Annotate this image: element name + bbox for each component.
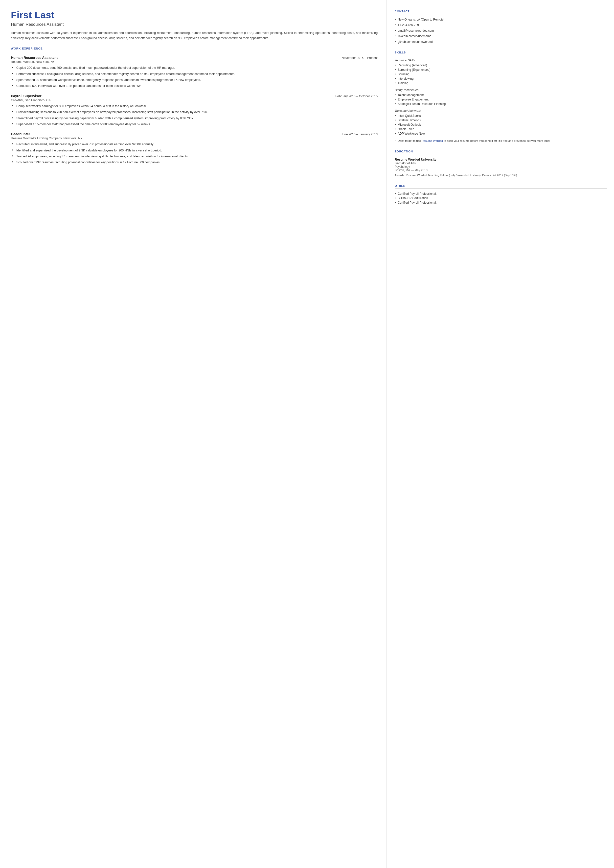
technical-skills-label: Technical Skills: [395,59,607,62]
list-item: Oracle Taleo [395,127,607,131]
contact-section: CONTACT New Orleans, LA (Open to Remote)… [395,10,607,44]
technical-skills-list: Recruiting (Advanced) Screening (Experie… [395,64,607,85]
other-list: Certified Payroll Professional. SHRM-CP … [395,192,607,204]
technical-skills-subsection: Technical Skills: Recruiting (Advanced) … [395,59,607,85]
list-item: Employee Engagement [395,98,607,101]
list-item: Talent Management [395,93,607,97]
edu-school: Resume Worded University [395,158,607,161]
job-title-3: Headhunter [11,132,30,136]
job-bullets-1: Copied 200 documents, sent 490 emails, a… [11,65,378,89]
summary-text: Human resources assistant with 10 years … [11,30,378,40]
sidebar-column: CONTACT New Orleans, LA (Open to Remote)… [387,0,614,868]
contact-heading: CONTACT [395,10,607,14]
list-item: Performed successful background checks, … [12,72,378,76]
list-item: Recruited, interviewed, and successfully… [12,142,378,147]
hiring-techniques-label: Hiring Techniques: [395,89,607,92]
list-item: github.com/resumeworded [395,40,607,44]
list-item: Provided training sessions to 700 non-ex… [12,110,378,115]
list-item: Training [395,81,607,85]
list-item: +1-234-456-789 [395,23,607,27]
contact-list: New Orleans, LA (Open to Remote) +1-234-… [395,17,607,44]
other-heading: OTHER [395,184,607,189]
list-item: Recruiting (Advanced) [395,64,607,67]
list-item: Scouted over 23K resumes recruiting pote… [12,160,378,165]
education-section: EDUCATION Resume Worded University Bache… [395,150,607,177]
list-item: Interviewing [395,77,607,81]
skills-note-suffix: to scan your resume before you send it o… [443,139,550,142]
list-item: ADP Workforce Now [395,132,607,135]
list-item: Computed weekly earnings for 800 employe… [12,104,378,109]
skills-note: Don't forget to use Resume Worded to sca… [395,139,607,143]
skills-section: SKILLS Technical Skills: Recruiting (Adv… [395,51,607,143]
other-section: OTHER Certified Payroll Professional. SH… [395,184,607,204]
skills-heading: SKILLS [395,51,607,55]
list-item: Supervised a 15-member staff that proces… [12,122,378,127]
job-company-3: Resume Worded's Exciting Company, New Yo… [11,137,378,140]
education-heading: EDUCATION [395,150,607,154]
list-item: Streamlined payroll processing by decrea… [12,116,378,121]
list-item: Identified and supervised the developmen… [12,148,378,153]
list-item: Microsoft Outlook [395,123,607,126]
list-item: linkedin.com/in/username [395,34,607,38]
list-item: Conducted 500 interviews with over 1.2K … [12,84,378,89]
work-experience-heading: WORK EXPERIENCE [11,47,378,51]
list-item: Trained 94 employees, including 37 manag… [12,154,378,159]
tools-list: Intuit QuickBooks Stratitec TimeIPS Micr… [395,114,607,135]
job-company-1: Resume Worded, New York, NY [11,60,378,64]
edu-awards: Awards: Resume Worded Teaching Fellow (o… [395,173,607,177]
job-dates-1: November 2015 – Present [341,56,378,60]
job-bullets-2: Computed weekly earnings for 800 employe… [11,104,378,127]
job-title-2: Payroll Supervisor [11,94,42,98]
job-block-1: Human Resources Assistant November 2015 … [11,56,378,89]
edu-location: Boston, MA — May 2010 [395,169,607,172]
list-item: email@resumeworded.com [395,29,607,33]
job-bullets-3: Recruited, interviewed, and successfully… [11,142,378,165]
candidate-name: First Last [11,10,378,20]
tools-label: Tools and Software: [395,109,607,113]
list-item: Certified Payroll Professional. [395,192,607,196]
list-item: Stratitec TimeIPS [395,118,607,122]
list-item: Sourcing [395,73,607,76]
list-item: Copied 200 documents, sent 490 emails, a… [12,65,378,70]
job-block-2: Payroll Supervisor February 2013 – Octob… [11,94,378,127]
hiring-techniques-subsection: Hiring Techniques: Talent Management Emp… [395,89,607,106]
job-dates-2: February 2013 – October 2015 [335,95,378,98]
resume-worded-link[interactable]: Resume Worded [422,139,443,142]
list-item: Screening (Experienced) [395,68,607,71]
job-company-2: Growthsi, San Francisco, CA [11,98,378,102]
hiring-techniques-list: Talent Management Employee Engagement St… [395,93,607,106]
candidate-title: Human Resources Assistant [11,22,378,27]
job-header-1: Human Resources Assistant November 2015 … [11,56,378,60]
job-header-2: Payroll Supervisor February 2013 – Octob… [11,94,378,98]
job-header-3: Headhunter June 2010 – January 2013 [11,132,378,136]
list-item: New Orleans, LA (Open to Remote) [395,17,607,22]
list-item: SHRM-CP Certification. [395,196,607,200]
job-block-3: Headhunter June 2010 – January 2013 Resu… [11,132,378,165]
job-dates-3: June 2010 – January 2013 [341,133,378,136]
list-item: Certified Payroll Professional. [395,201,607,204]
tools-subsection: Tools and Software: Intuit QuickBooks St… [395,109,607,135]
skills-note-prefix: Don't forget to use [398,139,422,142]
list-item: Intuit QuickBooks [395,114,607,118]
main-column: First Last Human Resources Assistant Hum… [0,0,387,868]
edu-degree: Bachelor of Arts [395,161,607,165]
edu-field: Psychology [395,165,607,169]
job-title-1: Human Resources Assistant [11,56,57,60]
list-item: Spearheaded 20 seminars on workplace vio… [12,78,378,82]
list-item: Strategic Human Resource Planning [395,102,607,106]
